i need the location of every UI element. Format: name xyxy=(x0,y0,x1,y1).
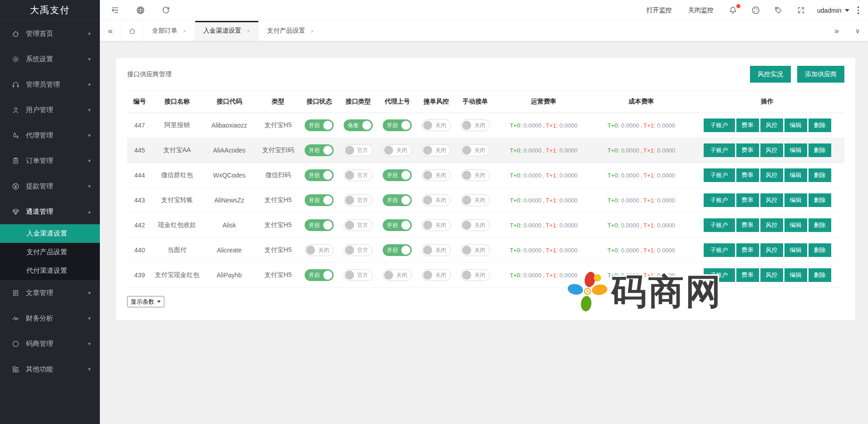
interface-type-toggle[interactable]: 官方 xyxy=(344,169,373,181)
delete-button[interactable]: 删除 xyxy=(809,218,831,232)
open-monitor-link[interactable]: 打开监控 xyxy=(646,6,672,15)
sidebar-item-channels[interactable]: 通道管理▲ xyxy=(0,199,100,224)
tab-payment-products[interactable]: 支付产品设置 × xyxy=(258,21,322,41)
risk-button[interactable]: 风控 xyxy=(760,243,783,257)
manual-accept-toggle[interactable]: 关闭 xyxy=(461,244,490,256)
interface-type-toggle[interactable]: 官方 xyxy=(344,194,373,206)
sidebar-item-home[interactable]: 管理首页▼ xyxy=(0,21,100,46)
sub-account-button[interactable]: 子账户 xyxy=(704,168,735,182)
agent-login-toggle[interactable]: 开启 xyxy=(383,169,412,181)
submenu-item-deposit-channels[interactable]: 入金渠道设置 xyxy=(0,224,100,243)
agent-login-toggle[interactable]: 开启 xyxy=(383,119,412,131)
interface-type-toggle[interactable]: 官方 xyxy=(344,219,373,231)
language-globe-icon[interactable] xyxy=(130,0,151,21)
sidebar-item-finance[interactable]: 财务分析▼ xyxy=(0,306,100,331)
rate-button[interactable]: 费率 xyxy=(736,243,759,257)
agent-login-toggle[interactable]: 关闭 xyxy=(383,144,412,156)
interface-type-toggle[interactable]: 官方 xyxy=(344,144,373,156)
agent-login-toggle[interactable]: 开启 xyxy=(383,244,412,256)
collision-risk-toggle[interactable]: 关闭 xyxy=(422,169,451,181)
sub-account-button[interactable]: 子账户 xyxy=(704,268,735,282)
edit-button[interactable]: 编辑 xyxy=(784,218,807,232)
sidebar-item-system[interactable]: 系统设置▼ xyxy=(0,46,100,72)
risk-button[interactable]: 风控 xyxy=(760,218,783,232)
risk-button[interactable]: 风控 xyxy=(760,193,783,207)
interface-status-toggle[interactable]: 开启 xyxy=(305,269,334,281)
manual-accept-toggle[interactable]: 关闭 xyxy=(461,144,490,156)
interface-type-toggle[interactable]: 免签 xyxy=(344,119,373,131)
interface-status-toggle[interactable]: 开启 xyxy=(305,144,334,156)
add-supplier-button[interactable]: 添加供应商 xyxy=(797,66,844,83)
sidebar-item-agent[interactable]: 代理管理▼ xyxy=(0,123,100,148)
rate-button[interactable]: 费率 xyxy=(736,118,759,132)
sidebar-collapse-icon[interactable] xyxy=(104,0,125,21)
sidebar-item-orders[interactable]: 订单管理▼ xyxy=(0,148,100,173)
sub-account-button[interactable]: 子账户 xyxy=(704,243,735,257)
sidebar-item-other[interactable]: 其他功能▼ xyxy=(0,356,100,382)
close-monitor-link[interactable]: 关闭监控 xyxy=(688,6,714,15)
agent-login-toggle[interactable]: 开启 xyxy=(383,219,412,231)
sub-account-button[interactable]: 子账户 xyxy=(704,193,735,207)
interface-status-toggle[interactable]: 开启 xyxy=(305,119,334,131)
tabs-scroll-left-icon[interactable]: « xyxy=(100,21,121,41)
risk-button[interactable]: 风控 xyxy=(760,118,783,132)
sidebar-item-users[interactable]: 用户管理▼ xyxy=(0,97,100,123)
rate-button[interactable]: 费率 xyxy=(736,268,759,282)
sub-account-button[interactable]: 子账户 xyxy=(704,218,735,232)
notifications-bell-icon[interactable] xyxy=(724,0,742,21)
tab-all-orders[interactable]: 全部订单 × xyxy=(143,21,195,41)
manual-accept-toggle[interactable]: 关闭 xyxy=(461,169,490,181)
risk-button[interactable]: 风控 xyxy=(760,168,783,182)
sidebar-item-merchants[interactable]: 码商管理▼ xyxy=(0,331,100,356)
collision-risk-toggle[interactable]: 关闭 xyxy=(422,194,451,206)
refresh-icon[interactable] xyxy=(155,0,176,21)
delete-button[interactable]: 删除 xyxy=(809,268,831,282)
edit-button[interactable]: 编辑 xyxy=(784,168,807,182)
delete-button[interactable]: 删除 xyxy=(809,118,831,132)
tab-deposit-channels[interactable]: 入金渠道设置 × xyxy=(195,21,259,41)
delete-button[interactable]: 删除 xyxy=(809,143,831,157)
more-menu-icon[interactable] xyxy=(858,6,859,14)
tag-icon[interactable] xyxy=(769,0,788,21)
collision-risk-toggle[interactable]: 关闭 xyxy=(422,244,451,256)
theme-palette-icon[interactable] xyxy=(747,0,765,21)
tabs-scroll-right-icon[interactable]: » xyxy=(826,21,847,41)
interface-status-toggle[interactable]: 开启 xyxy=(305,169,334,181)
edit-button[interactable]: 编辑 xyxy=(784,193,807,207)
sidebar-item-withdraw[interactable]: 提款管理▼ xyxy=(0,173,100,199)
collision-risk-toggle[interactable]: 关闭 xyxy=(422,144,451,156)
delete-button[interactable]: 删除 xyxy=(809,243,831,257)
manual-accept-toggle[interactable]: 关闭 xyxy=(461,194,490,206)
collision-risk-toggle[interactable]: 关闭 xyxy=(422,269,451,281)
sidebar-item-admin[interactable]: 管理员管理▼ xyxy=(0,72,100,97)
rate-button[interactable]: 费率 xyxy=(736,143,759,157)
interface-status-toggle[interactable]: 开启 xyxy=(305,194,334,206)
sub-account-button[interactable]: 子账户 xyxy=(704,118,735,132)
interface-type-toggle[interactable]: 官方 xyxy=(344,244,373,256)
edit-button[interactable]: 编辑 xyxy=(784,243,807,257)
close-icon[interactable]: × xyxy=(247,28,251,35)
user-menu[interactable]: udadmin xyxy=(817,7,849,14)
fullscreen-icon[interactable] xyxy=(792,0,810,21)
collision-risk-toggle[interactable]: 关闭 xyxy=(422,119,451,131)
agent-login-toggle[interactable]: 开启 xyxy=(383,194,412,206)
manual-accept-toggle[interactable]: 关闭 xyxy=(461,119,490,131)
edit-button[interactable]: 编辑 xyxy=(784,118,807,132)
close-icon[interactable]: × xyxy=(183,28,187,35)
edit-button[interactable]: 编辑 xyxy=(784,268,807,282)
rate-button[interactable]: 费率 xyxy=(736,193,759,207)
submenu-item-payment-products[interactable]: 支付产品设置 xyxy=(0,243,100,261)
risk-button[interactable]: 风控 xyxy=(760,268,783,282)
sub-account-button[interactable]: 子账户 xyxy=(704,143,735,157)
risk-button[interactable]: 风控 xyxy=(760,143,783,157)
rate-button[interactable]: 费率 xyxy=(736,168,759,182)
agent-login-toggle[interactable]: 关闭 xyxy=(383,269,412,281)
delete-button[interactable]: 删除 xyxy=(809,193,831,207)
delete-button[interactable]: 删除 xyxy=(809,168,831,182)
page-size-select[interactable]: 显示条数 xyxy=(127,296,164,307)
close-icon[interactable]: × xyxy=(311,28,314,35)
interface-status-toggle[interactable]: 开启 xyxy=(305,219,334,231)
edit-button[interactable]: 编辑 xyxy=(784,143,807,157)
tab-home[interactable] xyxy=(121,21,143,41)
submenu-item-payout-channels[interactable]: 代付渠道设置 xyxy=(0,261,100,280)
